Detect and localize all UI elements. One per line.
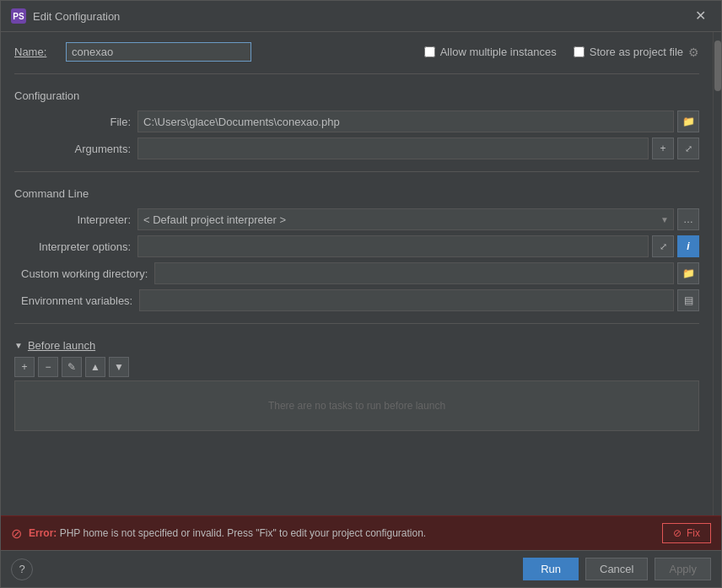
folder-icon-2: 📁 [682, 267, 695, 279]
before-launch-add-button[interactable]: + [14, 357, 35, 377]
before-launch-empty-message: There are no tasks to run before launch [268, 400, 445, 412]
store-as-project-item: Store as project file ⚙ [574, 46, 699, 59]
interpreter-options-expand-button[interactable]: ⤢ [652, 235, 674, 257]
error-text: Error: PHP home is not specified or inva… [29, 527, 655, 539]
before-launch-title: Before launch [28, 339, 95, 352]
interpreter-row: Interpreter: < Default project interpret… [21, 208, 699, 230]
divider-2 [14, 171, 699, 172]
expand-icon-2: ⤢ [660, 241, 667, 252]
table-icon: ▤ [684, 294, 693, 306]
divider-1 [14, 73, 699, 74]
apply-button[interactable]: Apply [655, 558, 711, 580]
interpreter-label: Interpreter: [21, 213, 131, 226]
error-bar: ⊘ Error: PHP home is not specified or in… [1, 515, 721, 550]
scrollbar-thumb[interactable] [714, 40, 721, 91]
allow-multiple-instances-label: Allow multiple instances [440, 46, 557, 58]
name-label: Name: [14, 46, 52, 58]
allow-multiple-instances-checkbox[interactable] [424, 46, 435, 57]
custom-working-directory-input[interactable] [154, 262, 674, 284]
before-launch-header[interactable]: ▼ Before launch [14, 339, 699, 352]
checkboxes: Allow multiple instances Store as projec… [424, 46, 699, 59]
titlebar-left: PS Edit Configuration [11, 8, 120, 24]
custom-working-directory-label: Custom working directory: [21, 267, 148, 280]
interpreter-dots-button[interactable]: … [677, 208, 699, 230]
file-browse-button[interactable]: 📁 [677, 111, 699, 132]
allow-multiple-instances-item: Allow multiple instances [424, 46, 557, 58]
arguments-expand-button[interactable]: ⤢ [677, 138, 699, 159]
down-icon: ▼ [114, 361, 124, 373]
configuration-section-title: Configuration [14, 89, 699, 102]
name-input[interactable] [66, 42, 251, 62]
interpreter-options-label: Interpreter options: [21, 240, 131, 253]
error-icon: ⊘ [11, 526, 22, 542]
interpreter-options-input-group: ⤢ i [137, 235, 699, 257]
command-line-form: Interpreter: < Default project interpret… [14, 208, 699, 311]
content-area: Name: Allow multiple instances Store as … [1, 32, 721, 515]
gear-icon[interactable]: ⚙ [688, 46, 699, 59]
dots-icon: … [683, 213, 693, 225]
environment-variables-input[interactable] [139, 289, 674, 311]
divider-3 [14, 323, 699, 324]
edit-configuration-dialog: PS Edit Configuration ✕ Name: Allow mult… [0, 0, 722, 588]
bottom-bar: ? Run Cancel Apply [1, 550, 721, 587]
interpreter-options-input[interactable] [137, 235, 649, 257]
custom-working-directory-row: Custom working directory: 📁 [21, 262, 699, 284]
arguments-buttons: + ⤢ [652, 138, 699, 159]
custom-working-directory-browse-button[interactable]: 📁 [677, 262, 699, 284]
environment-variables-edit-button[interactable]: ▤ [677, 289, 699, 311]
interpreter-select[interactable]: < Default project interpreter > [137, 208, 674, 230]
before-launch-remove-button[interactable]: − [38, 357, 58, 377]
custom-working-directory-input-group: 📁 [154, 262, 699, 284]
name-row: Name: Allow multiple instances Store as … [14, 42, 699, 62]
chevron-down-icon: ▼ [14, 341, 23, 350]
environment-variables-input-group: ▤ [139, 289, 699, 311]
file-row: File: 📁 [21, 111, 699, 132]
dialog-title: Edit Configuration [33, 10, 120, 23]
help-button[interactable]: ? [11, 558, 33, 580]
arguments-add-button[interactable]: + [652, 138, 674, 159]
interpreter-input-group: < Default project interpreter > ▼ … [137, 208, 699, 230]
error-message: PHP home is not specified or invalid. Pr… [60, 527, 427, 539]
before-launch-up-button[interactable]: ▲ [85, 357, 105, 377]
store-as-project-label: Store as project file [590, 46, 683, 58]
info-icon: i [687, 240, 689, 252]
interpreter-select-wrapper: < Default project interpreter > ▼ [137, 208, 674, 230]
command-line-section-title: Command Line [14, 187, 699, 200]
add-icon: + [21, 361, 27, 373]
help-icon: ? [19, 563, 24, 575]
main-panel: Name: Allow multiple instances Store as … [1, 32, 713, 515]
bottom-buttons: Run Cancel Apply [523, 558, 711, 580]
before-launch-section: ▼ Before launch + − ✎ ▲ [14, 339, 699, 431]
file-label: File: [21, 116, 131, 128]
before-launch-empty-area: There are no tasks to run before launch [14, 380, 699, 431]
before-launch-toolbar: + − ✎ ▲ ▼ [14, 357, 699, 377]
cancel-button[interactable]: Cancel [585, 558, 648, 580]
fix-error-icon: ⊘ [673, 527, 682, 539]
arguments-input[interactable] [137, 138, 649, 159]
arguments-row: Arguments: + ⤢ [21, 138, 699, 159]
app-icon: PS [11, 8, 26, 24]
interpreter-options-row: Interpreter options: ⤢ i [21, 235, 699, 257]
run-button[interactable]: Run [523, 558, 579, 580]
folder-icon: 📁 [682, 116, 695, 127]
error-prefix: Error: [29, 527, 57, 539]
plus-icon: + [660, 143, 665, 154]
arguments-label: Arguments: [21, 143, 131, 155]
environment-variables-label: Environment variables: [21, 294, 132, 307]
edit-icon: ✎ [67, 361, 76, 373]
before-launch-edit-button[interactable]: ✎ [62, 357, 82, 377]
file-input[interactable] [137, 111, 674, 132]
minus-icon: − [45, 361, 51, 373]
store-as-project-checkbox[interactable] [574, 46, 585, 57]
interpreter-options-info-button[interactable]: i [677, 235, 699, 257]
before-launch-down-button[interactable]: ▼ [109, 357, 129, 377]
arguments-input-group: + ⤢ [137, 138, 699, 159]
expand-icon: ⤢ [685, 143, 692, 154]
fix-button[interactable]: ⊘ Fix [662, 523, 711, 543]
file-input-group: 📁 [137, 111, 699, 132]
environment-variables-row: Environment variables: ▤ [21, 289, 699, 311]
fix-label: Fix [687, 527, 700, 539]
close-button[interactable]: ✕ [690, 8, 711, 24]
up-icon: ▲ [90, 361, 100, 373]
scrollbar[interactable] [713, 32, 721, 515]
